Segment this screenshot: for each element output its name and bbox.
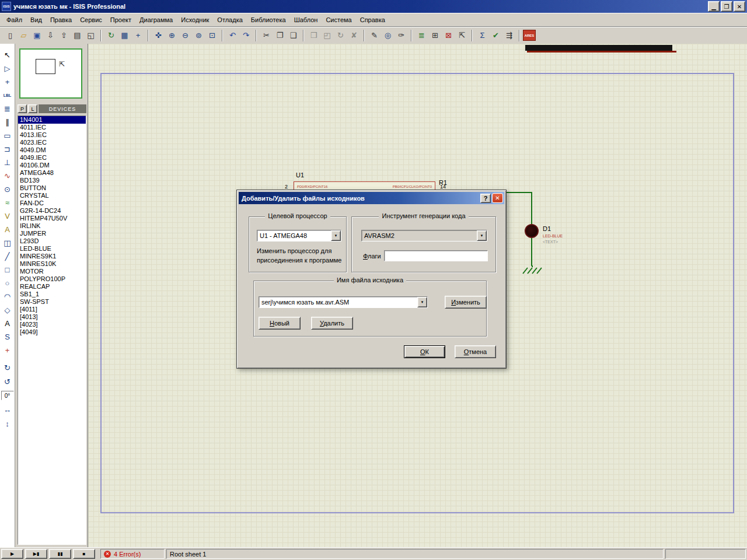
- target-processor-select[interactable]: U1 - ATMEGA48 ▼: [257, 230, 341, 242]
- flags-input[interactable]: [384, 250, 488, 261]
- dialog-close-button[interactable]: ✕: [492, 193, 503, 203]
- change-button[interactable]: Изменить: [445, 296, 487, 309]
- find-component-button[interactable]: ◎: [381, 29, 395, 42]
- remove-sheet-button[interactable]: ⊠: [442, 29, 455, 42]
- device-list-item[interactable]: MINRES9K1: [18, 253, 86, 260]
- mirror-x-button[interactable]: ↔: [1, 402, 15, 416]
- cancel-button[interactable]: Отмена: [455, 345, 496, 358]
- 2d-path-button[interactable]: ◇: [1, 303, 15, 317]
- 2d-symbol-button[interactable]: S: [1, 330, 15, 344]
- step-button[interactable]: ▶▮: [25, 549, 47, 559]
- component-mode-button[interactable]: ▷: [1, 62, 15, 75]
- device-list-item[interactable]: [4011]: [18, 306, 86, 313]
- wire-segment[interactable]: [531, 192, 532, 225]
- menu-template[interactable]: Шаблон: [290, 14, 322, 26]
- virtual-instruments-mode-button[interactable]: ◫: [1, 236, 15, 250]
- wire-segment[interactable]: [531, 238, 532, 266]
- device-list-item[interactable]: 1N4001: [18, 116, 86, 124]
- selection-mode-button[interactable]: ↖: [1, 48, 15, 62]
- maximize-button[interactable]: ❐: [721, 1, 732, 12]
- clipped-component-edge[interactable]: [527, 51, 676, 52]
- library-manager-button[interactable]: L: [28, 104, 37, 113]
- exit-to-parent-button[interactable]: ⇱: [455, 29, 469, 42]
- menu-system[interactable]: Система: [322, 14, 355, 26]
- device-list-item[interactable]: BD139: [18, 177, 86, 184]
- device-list-item[interactable]: LED-BLUE: [18, 245, 86, 253]
- device-list-item[interactable]: [4049]: [18, 328, 86, 336]
- close-button[interactable]: ✕: [734, 1, 745, 12]
- electrical-rules-check-button[interactable]: ✔: [489, 29, 502, 42]
- chevron-down-icon[interactable]: ▼: [331, 230, 341, 241]
- pause-button[interactable]: ▮▮: [49, 549, 71, 559]
- redraw-button[interactable]: ↻: [104, 29, 118, 42]
- import-section-button[interactable]: ⇩: [44, 29, 57, 42]
- terminals-mode-button[interactable]: ⊐: [1, 142, 15, 156]
- mark-output-area-button[interactable]: ◱: [84, 29, 97, 42]
- junction-dot-mode-button[interactable]: +: [1, 75, 15, 89]
- menu-view[interactable]: Вид: [26, 14, 46, 26]
- overview-window[interactable]: ⇱: [19, 48, 82, 99]
- menu-graph[interactable]: Диаграмма: [135, 14, 177, 26]
- device-list-item[interactable]: G2R-14-DC24: [18, 207, 86, 215]
- play-button[interactable]: ▶: [1, 549, 23, 559]
- device-list-item[interactable]: POLYPRO100P: [18, 275, 86, 283]
- device-list-item[interactable]: [4013]: [18, 313, 86, 321]
- block-move-button[interactable]: ◰: [320, 29, 334, 42]
- device-list[interactable]: 1N4001 4011.IEC 4013.IEC 4023.IEC 4049.D…: [18, 116, 86, 545]
- menu-tools[interactable]: Сервис: [76, 14, 106, 26]
- design-explorer-button[interactable]: ≣: [415, 29, 428, 42]
- undo-button[interactable]: ↶: [226, 29, 239, 42]
- print-button[interactable]: ▤: [71, 29, 84, 42]
- menu-file[interactable]: Файл: [2, 14, 26, 26]
- device-list-item[interactable]: REALCAP: [18, 283, 86, 290]
- buses-mode-button[interactable]: ∥: [1, 116, 15, 129]
- 2d-arc-button[interactable]: ◠: [1, 290, 15, 303]
- menu-edit[interactable]: Правка: [46, 14, 76, 26]
- chevron-down-icon[interactable]: ▼: [417, 297, 427, 307]
- ares-button[interactable]: ARES: [523, 30, 536, 41]
- rotate-anticlockwise-button[interactable]: ↺: [1, 374, 15, 388]
- error-status[interactable]: ✕ 4 Error(s): [100, 549, 165, 559]
- device-list-item[interactable]: MINRES10K: [18, 260, 86, 268]
- new-design-button[interactable]: ▯: [4, 29, 17, 42]
- device-list-item[interactable]: MOTOR: [18, 268, 86, 275]
- 2d-box-button[interactable]: □: [1, 263, 15, 276]
- device-list-item[interactable]: 4013.IEC: [18, 131, 86, 139]
- device-list-item[interactable]: L293D: [18, 237, 86, 245]
- new-button[interactable]: Новый: [259, 317, 301, 330]
- voltage-probe-mode-button[interactable]: V: [1, 209, 15, 223]
- menu-library[interactable]: Библиотека: [247, 14, 290, 26]
- 2d-text-button[interactable]: A: [1, 317, 15, 330]
- graph-mode-button[interactable]: ∿: [1, 169, 15, 183]
- origin-button[interactable]: +: [131, 29, 145, 42]
- zoom-out-button[interactable]: ⊖: [179, 29, 192, 42]
- block-rotate-button[interactable]: ↻: [334, 29, 347, 42]
- device-list-item[interactable]: 40106.DM: [18, 162, 86, 169]
- tape-recorder-mode-button[interactable]: ⊙: [1, 183, 15, 196]
- current-probe-mode-button[interactable]: A: [1, 223, 15, 236]
- open-design-button[interactable]: ▱: [17, 29, 30, 42]
- device-list-item[interactable]: BUTTON: [18, 184, 86, 192]
- device-pins-mode-button[interactable]: ⊥: [1, 156, 15, 169]
- redo-button[interactable]: ↷: [239, 29, 253, 42]
- led-d1[interactable]: [525, 224, 539, 238]
- generator-mode-button[interactable]: ≈: [1, 196, 15, 209]
- delete-button[interactable]: Удалить: [311, 317, 353, 330]
- device-list-item[interactable]: FAN-DC: [18, 200, 86, 207]
- device-list-item[interactable]: [4023]: [18, 321, 86, 328]
- zoom-all-button[interactable]: ⊚: [192, 29, 205, 42]
- save-design-button[interactable]: ▣: [30, 29, 44, 42]
- netlist-to-ares-button[interactable]: ⇶: [502, 29, 516, 42]
- menu-debug[interactable]: Отладка: [213, 14, 246, 26]
- menu-design[interactable]: Проект: [106, 14, 135, 26]
- mirror-y-button[interactable]: ↕: [1, 416, 15, 430]
- grid-toggle-button[interactable]: ▦: [118, 29, 131, 42]
- dialog-help-button[interactable]: ?: [480, 194, 491, 203]
- edit-component-button[interactable]: ✎: [368, 29, 381, 42]
- text-script-mode-button[interactable]: ≣: [1, 102, 15, 116]
- device-list-item[interactable]: SB1_1: [18, 290, 86, 298]
- device-list-item[interactable]: JUMPER: [18, 230, 86, 237]
- stop-button[interactable]: ■: [73, 549, 95, 559]
- menu-source[interactable]: Исходник: [177, 14, 213, 26]
- rotate-clockwise-button[interactable]: ↻: [1, 360, 15, 374]
